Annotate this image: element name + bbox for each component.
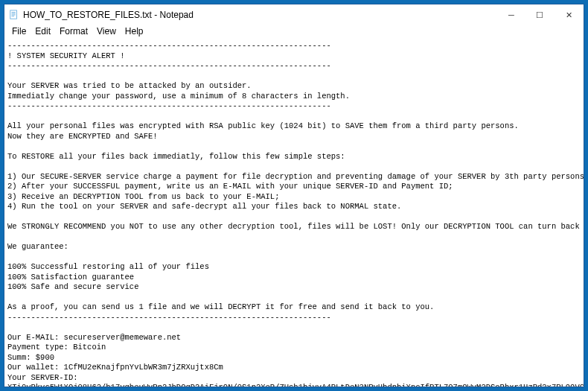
menubar: File Edit Format View Help: [4, 25, 584, 39]
menu-edit[interactable]: Edit: [31, 25, 55, 39]
notepad-window: HOW_TO_RESTORE_FILES.txt - Notepad ─ ☐ ✕…: [4, 4, 584, 387]
menu-view[interactable]: View: [92, 25, 121, 39]
menu-format[interactable]: Format: [55, 25, 92, 39]
text-editor-area[interactable]: ----------------------------------------…: [4, 39, 584, 387]
minimize-button[interactable]: ─: [497, 4, 525, 25]
titlebar[interactable]: HOW_TO_RESTORE_FILES.txt - Notepad ─ ☐ ✕: [4, 4, 584, 25]
menu-help[interactable]: Help: [121, 25, 148, 39]
close-button[interactable]: ✕: [554, 4, 584, 25]
menu-file[interactable]: File: [7, 25, 31, 39]
maximize-button[interactable]: ☐: [525, 4, 554, 25]
window-title: HOW_TO_RESTORE_FILES.txt - Notepad: [23, 10, 497, 20]
notepad-icon: [9, 10, 19, 20]
window-controls: ─ ☐ ✕: [497, 4, 584, 25]
